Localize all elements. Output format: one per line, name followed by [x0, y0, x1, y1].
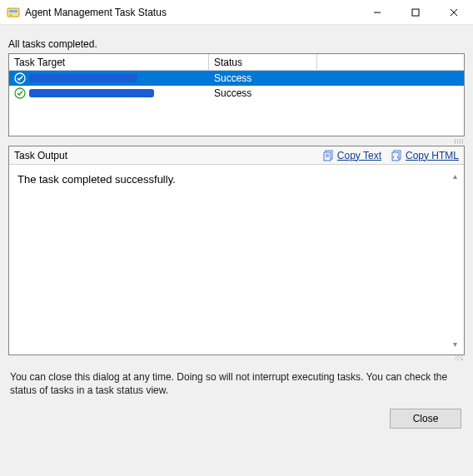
copy-text-link[interactable]: Copy Text: [318, 150, 386, 161]
scroll-up-icon[interactable]: ▴: [449, 170, 461, 181]
table-row[interactable]: Success: [9, 86, 464, 101]
dialog-body: All tasks completed. Task Target Status …: [0, 25, 473, 476]
status-cell: Success: [209, 71, 317, 86]
success-check-icon: [14, 87, 26, 99]
svg-rect-4: [412, 9, 419, 16]
table-header-row: Task Target Status: [9, 54, 464, 71]
redacted-target: [29, 74, 137, 82]
scroll-down-icon[interactable]: ▾: [449, 338, 461, 350]
status-cell: Success: [209, 86, 317, 101]
task-table: Task Target Status Success: [8, 53, 465, 136]
dialog-button-row: Close: [8, 397, 465, 440]
copy-html-label: Copy HTML: [406, 150, 459, 161]
copy-html-icon: [391, 150, 403, 161]
window-title: Agent Management Task Status: [25, 7, 358, 18]
summary-text: All tasks completed.: [8, 38, 465, 50]
minimize-button[interactable]: [358, 0, 396, 24]
maximize-button[interactable]: [396, 0, 435, 24]
task-output-label: Task Output: [9, 150, 318, 161]
titlebar: Agent Management Task Status: [0, 0, 473, 25]
window-controls: [358, 0, 473, 24]
footer-note: You can close this dialog at any time. D…: [10, 370, 463, 397]
task-output-body[interactable]: The task completed successfully. ▴ ▾: [9, 165, 464, 355]
close-button-label: Close: [413, 413, 439, 424]
copy-html-link[interactable]: Copy HTML: [386, 150, 464, 161]
redacted-target: [29, 89, 154, 97]
copy-text-label: Copy Text: [337, 150, 381, 161]
task-output-text: The task completed successfully.: [17, 173, 176, 186]
splitter-handle[interactable]: [8, 139, 465, 144]
close-window-button[interactable]: [435, 0, 473, 24]
column-header-status[interactable]: Status: [209, 54, 317, 70]
column-header-spacer: [317, 54, 464, 70]
column-header-target[interactable]: Task Target: [9, 54, 209, 70]
copy-text-icon: [323, 150, 335, 161]
app-icon: [7, 6, 20, 19]
task-output-panel: Task Output Copy Text Copy HTML: [8, 146, 465, 355]
close-button[interactable]: Close: [390, 409, 461, 429]
table-row[interactable]: Success: [9, 71, 464, 86]
svg-point-2: [10, 14, 12, 16]
success-check-icon: [14, 72, 26, 84]
svg-rect-14: [392, 152, 399, 161]
task-output-header: Task Output Copy Text Copy HTML: [9, 146, 464, 165]
table-body: Success Success: [9, 71, 464, 136]
svg-rect-1: [9, 10, 17, 12]
resize-grip[interactable]: [8, 355, 465, 360]
